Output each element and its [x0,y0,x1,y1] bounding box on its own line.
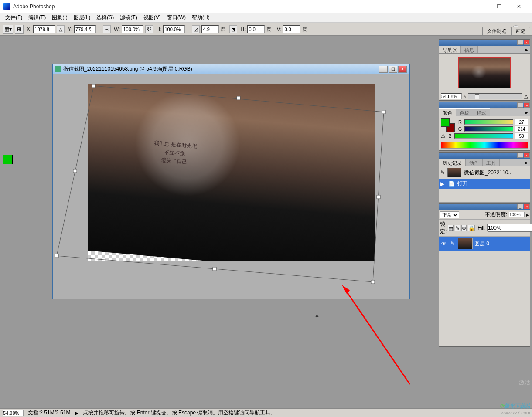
chain-icon[interactable]: ⛓ [145,25,153,33]
link-icon[interactable]: ✎ [449,241,456,247]
status-docinfo[interactable]: 文档:2.51M/2.51M [28,409,70,417]
angle-unit: 度 [221,26,225,33]
layer-thumbnail[interactable] [458,238,473,249]
angle-input[interactable] [201,25,219,33]
close-button[interactable]: ✕ [509,0,529,13]
tab-swatches[interactable]: 色板 [456,108,473,116]
zoom-out-icon[interactable]: ▵ [464,93,466,99]
menu-filter[interactable]: 滤镜(T) [117,13,140,22]
tab-styles[interactable]: 样式 [473,108,490,116]
r-input[interactable] [515,119,528,125]
tab-brushes[interactable]: 画笔 [511,27,530,35]
foreground-color[interactable] [3,155,13,164]
menu-select[interactable]: 选择(S) [94,13,116,22]
navigator-thumbnail[interactable] [458,57,511,88]
skew-v-unit: 度 [302,26,307,33]
menu-view[interactable]: 视图(V) [141,13,164,22]
color-panel: _× 颜色 色板 样式 ▸ R G ⚠B [439,102,530,151]
nav-zoom-slider[interactable] [468,93,522,99]
tab-info[interactable]: 信息 [461,46,478,53]
tab-history[interactable]: 历史记录 [439,159,466,166]
skew-v-input[interactable] [283,25,300,33]
tab-color[interactable]: 颜色 [439,108,456,116]
menu-image[interactable]: 图象(I) [49,13,70,22]
visibility-icon[interactable]: 👁 [440,241,447,247]
panel-close-button[interactable]: × [524,153,530,158]
fill-input[interactable] [487,224,532,232]
tab-file-browser[interactable]: 文件浏览 [482,27,511,35]
zoom-in-icon[interactable]: △ [524,93,528,99]
menu-edit[interactable]: 编辑(E) [26,13,48,22]
svg-marker-24 [342,285,350,295]
lock-paint-icon[interactable]: ✎ [455,225,460,231]
lock-trans-icon[interactable]: ▦ [448,225,454,231]
history-thumb [447,168,461,177]
b-input[interactable] [515,133,528,139]
layer-row[interactable]: 👁 ✎ 图层 0 [439,237,530,251]
layer-name[interactable]: 图层 0 [474,240,489,247]
panel-min-button[interactable]: _ [517,204,523,209]
g-slider[interactable] [464,126,513,132]
opacity-input[interactable] [509,212,525,217]
brush-source-icon[interactable]: ✎ [440,170,445,176]
status-zoom-input[interactable] [3,410,24,416]
color-spectrum[interactable] [441,142,528,149]
tab-tools[interactable]: 工具 [483,159,500,166]
panel-menu-icon[interactable]: ▸ [524,46,530,53]
status-bar: 文档:2.51M/2.51M ▶ 点按并拖移可旋转。按 Enter 键提交。按 … [0,408,532,417]
reference-point-grid[interactable]: ⊞ [15,25,24,34]
panel-min-button[interactable]: _ [517,153,523,158]
doc-maximize-button[interactable]: ☐ [389,66,397,73]
transform-pivot-icon[interactable]: ✦ [314,313,320,320]
color-panel-swatches [441,118,455,132]
w-input[interactable] [122,25,143,33]
y-input[interactable] [74,25,96,33]
nav-zoom-input[interactable] [441,93,462,99]
tab-navigator[interactable]: 导航器 [439,46,461,53]
maximize-button[interactable]: ☐ [489,0,509,13]
angle-icon: ◿ [192,25,200,33]
delta-icon[interactable]: △ [57,25,65,33]
panel-close-button[interactable]: × [524,40,530,45]
tool-preset-picker[interactable]: ▦▾ [3,25,13,34]
skew-h-input[interactable] [247,25,265,33]
history-snapshot-row[interactable]: ✎ 微信截图_2022110... [439,166,530,179]
lock-move-icon[interactable]: ✥ [461,225,467,231]
b-slider[interactable] [454,133,513,139]
menu-file[interactable]: 文件(F) [3,13,25,22]
history-state-row[interactable]: ▶ 📄 打开 [439,179,530,189]
layers-empty-area [439,251,530,346]
panel-close-button[interactable]: × [524,204,530,209]
opacity-arrow-icon[interactable]: ▸ [526,212,529,218]
status-arrow-icon[interactable]: ▶ [75,410,78,416]
panel-close-button[interactable]: × [524,102,530,108]
r-slider[interactable] [464,119,513,125]
lock-all-icon[interactable]: 🔒 [468,225,475,231]
menu-help[interactable]: 帮助(H) [189,13,212,22]
document-icon [55,66,61,72]
tab-actions[interactable]: 动作 [466,159,483,166]
link-wh-icon[interactable]: ⇿ [103,25,111,33]
status-hint: 点按并拖移可旋转。按 Enter 键提交。按 Escape 键取消。用空格键访问… [83,409,276,417]
x-input[interactable] [33,25,55,33]
doc-minimize-button[interactable]: _ [379,66,388,73]
canvas[interactable]: 我们总 是在时光里 不知不觉 遗失了自己 [88,84,375,261]
menu-layer[interactable]: 图层(L) [71,13,93,22]
minimize-button[interactable]: — [470,0,489,13]
h-input[interactable] [163,25,185,33]
menu-window[interactable]: 窗口(W) [164,13,188,22]
document-titlebar[interactable]: 微信截图_20221110154658.png @ 54.9%(图层 0,RGB… [53,64,409,74]
lock-label: 锁定: [440,220,447,235]
panel-menu-icon[interactable]: ▸ [524,108,530,116]
fg-swatch[interactable] [441,118,450,127]
panel-min-button[interactable]: _ [517,102,523,108]
panel-min-button[interactable]: _ [517,40,523,45]
g-input[interactable] [515,126,528,132]
window-title: Adobe Photoshop [13,3,470,10]
photo-content [88,84,375,261]
blend-mode-select[interactable]: 正常 [440,211,459,218]
gamut-warning-icon[interactable]: ⚠ [441,133,446,139]
doc-close-button[interactable]: × [398,66,407,73]
panel-menu-icon[interactable]: ▸ [524,159,530,166]
opacity-label: 不透明度: [485,211,507,218]
